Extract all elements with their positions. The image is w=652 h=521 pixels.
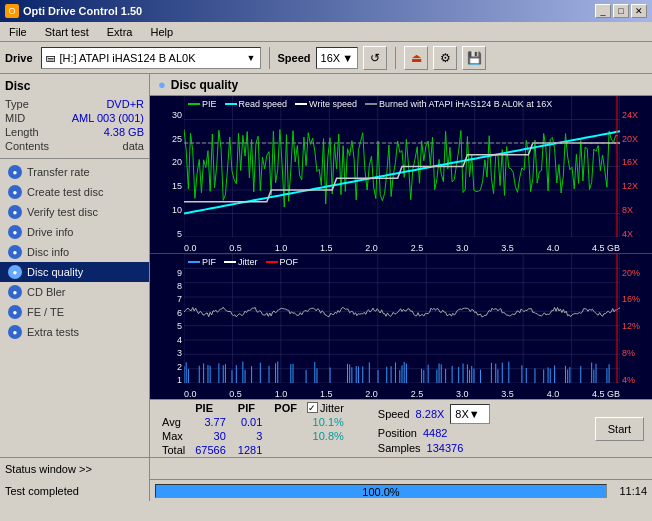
chart-bottom xyxy=(184,254,620,383)
app-icon: O xyxy=(5,4,19,18)
menu-start-test[interactable]: Start test xyxy=(41,25,93,39)
menu-help[interactable]: Help xyxy=(146,25,177,39)
disc-title: Disc xyxy=(5,79,144,93)
title-bar: O Opti Drive Control 1.50 _ □ ✕ xyxy=(0,0,652,22)
total-jitter xyxy=(303,443,348,457)
speed-select[interactable]: 16X ▼ xyxy=(316,47,358,69)
content-header-icon: ● xyxy=(158,77,166,92)
transfer-rate-icon: ● xyxy=(8,165,22,179)
nav-disc-info[interactable]: ● Disc info xyxy=(0,242,149,262)
status-right xyxy=(150,467,652,471)
pie-header: PIE xyxy=(189,401,232,415)
nav-drive-info-label: Drive info xyxy=(27,226,73,238)
minimize-button[interactable]: _ xyxy=(595,4,611,18)
nav-cd-bler-label: CD Bler xyxy=(27,286,66,298)
nav-section: ● Transfer rate ● Create test disc ● Ver… xyxy=(0,159,149,457)
pif-header: PIF xyxy=(232,401,268,415)
time-label: 11:14 xyxy=(612,485,647,497)
verify-test-disc-icon: ● xyxy=(8,205,22,219)
content-header: ● Disc quality xyxy=(150,74,652,96)
jitter-checkbox[interactable]: ✓ xyxy=(307,402,318,413)
menu-bar: File Start test Extra Help xyxy=(0,22,652,42)
disc-length-value: 4.38 GB xyxy=(104,126,144,138)
speed-box[interactable]: 8X ▼ xyxy=(450,404,490,424)
maximize-button[interactable]: □ xyxy=(613,4,629,18)
nav-create-test-disc[interactable]: ● Create test disc xyxy=(0,182,149,202)
pif-legend: PIF xyxy=(188,257,216,267)
disc-mid-label: MID xyxy=(5,112,25,124)
nav-verify-test-disc-label: Verify test disc xyxy=(27,206,98,218)
nav-drive-info[interactable]: ● Drive info xyxy=(0,222,149,242)
status-window-label: Status window >> xyxy=(5,463,92,475)
avg-pif: 0.01 xyxy=(232,415,268,429)
jitter-legend: Jitter xyxy=(224,257,258,267)
max-jitter: 10.8% xyxy=(303,429,348,443)
content-area: ● Disc quality PIE Read speed xyxy=(150,74,652,457)
drive-dropdown-arrow: ▼ xyxy=(247,53,256,63)
pof-header: POF xyxy=(268,401,303,415)
nav-transfer-rate[interactable]: ● Transfer rate xyxy=(0,162,149,182)
nav-extra-tests-label: Extra tests xyxy=(27,326,79,338)
samples-row: Samples 134376 xyxy=(378,442,491,454)
nav-fe-te[interactable]: ● FE / TE xyxy=(0,302,149,322)
total-pif: 1281 xyxy=(232,443,268,457)
settings-button[interactable]: ⚙ xyxy=(433,46,457,70)
close-button[interactable]: ✕ xyxy=(631,4,647,18)
nav-verify-test-disc[interactable]: ● Verify test disc xyxy=(0,202,149,222)
extra-tests-icon: ● xyxy=(8,325,22,339)
toolbar: Drive 🖴 [H:] ATAPI iHAS124 B AL0K ▼ Spee… xyxy=(0,42,652,74)
disc-length-label: Length xyxy=(5,126,39,138)
start-button[interactable]: Start xyxy=(595,417,644,441)
nav-fe-te-label: FE / TE xyxy=(27,306,64,318)
disc-section: Disc Type DVD+R MID AML 003 (001) Length… xyxy=(0,74,149,159)
total-pof xyxy=(268,443,303,457)
disc-mid-value: AML 003 (001) xyxy=(72,112,144,124)
charts-area: PIE Read speed Write speed Burned with A… xyxy=(150,96,652,399)
avg-pof xyxy=(268,415,303,429)
max-pif: 3 xyxy=(232,429,268,443)
cd-bler-icon: ● xyxy=(8,285,22,299)
menu-extra[interactable]: Extra xyxy=(103,25,137,39)
nav-extra-tests[interactable]: ● Extra tests xyxy=(0,322,149,342)
disc-contents-label: Contents xyxy=(5,140,49,152)
app-title: Opti Drive Control 1.50 xyxy=(23,5,142,17)
drive-label: Drive xyxy=(5,52,33,64)
avg-pie: 3.77 xyxy=(189,415,232,429)
jitter-label: Jitter xyxy=(320,402,344,414)
nav-create-test-disc-label: Create test disc xyxy=(27,186,103,198)
progress-bar: 100.0% xyxy=(155,484,607,498)
speed-row: Speed 8.28X 8X ▼ xyxy=(378,404,491,424)
content-header-title: Disc quality xyxy=(171,78,238,92)
pie-legend: PIE xyxy=(188,99,217,109)
samples-value: 134376 xyxy=(427,442,464,454)
nav-cd-bler[interactable]: ● CD Bler xyxy=(0,282,149,302)
drive-select[interactable]: 🖴 [H:] ATAPI iHAS124 B AL0K ▼ xyxy=(41,47,261,69)
disc-type-row: Type DVD+R xyxy=(5,97,144,111)
read-speed-legend: Read speed xyxy=(225,99,288,109)
stats-area: PIE PIF POF ✓ Jitter Avg 3.77 0.01 xyxy=(150,399,652,457)
burned-legend: Burned with ATAPI iHAS124 B AL0K at 16X xyxy=(365,99,552,109)
status-bar: Status window >> xyxy=(0,457,652,479)
disc-length-row: Length 4.38 GB xyxy=(5,125,144,139)
toolbar-separator-1 xyxy=(269,47,270,69)
eject-button[interactable]: ⏏ xyxy=(404,46,428,70)
drive-value: [H:] ATAPI iHAS124 B AL0K xyxy=(60,52,196,64)
status-window-button[interactable]: Status window >> xyxy=(0,458,150,480)
stats-right: Speed 8.28X 8X ▼ Position 4482 Samples 1… xyxy=(378,404,491,454)
position-label: Position xyxy=(378,427,417,439)
stats-table: PIE PIF POF ✓ Jitter Avg 3.77 0.01 xyxy=(158,401,348,457)
progress-text: 100.0% xyxy=(156,485,606,499)
nav-disc-quality[interactable]: ● Disc quality xyxy=(0,262,149,282)
write-speed-legend: Write speed xyxy=(295,99,357,109)
refresh-button[interactable]: ↺ xyxy=(363,46,387,70)
disc-contents-value: data xyxy=(123,140,144,152)
menu-file[interactable]: File xyxy=(5,25,31,39)
jitter-checkbox-row: ✓ Jitter xyxy=(307,402,344,414)
disc-info-icon: ● xyxy=(8,245,22,259)
samples-label: Samples xyxy=(378,442,421,454)
disc-quality-icon: ● xyxy=(8,265,22,279)
pof-legend: POF xyxy=(266,257,299,267)
create-test-disc-icon: ● xyxy=(8,185,22,199)
speed-label: Speed xyxy=(278,52,311,64)
save-button[interactable]: 💾 xyxy=(462,46,486,70)
